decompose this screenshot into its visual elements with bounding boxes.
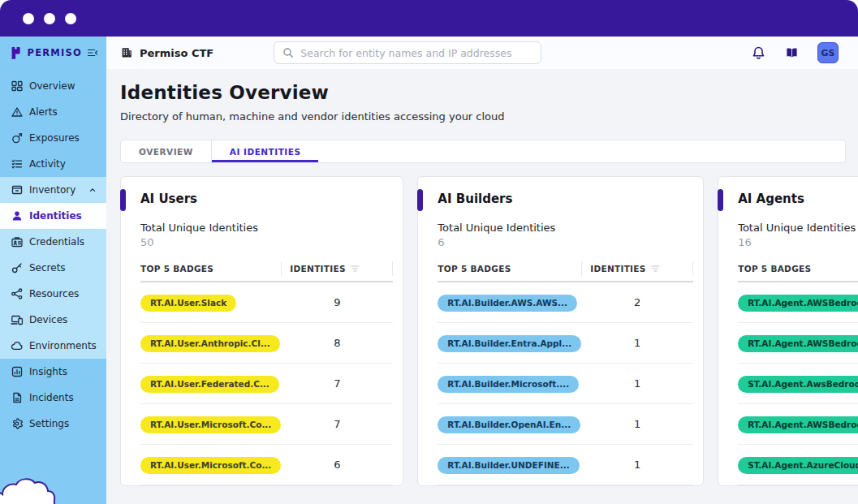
sidebar-item-identities[interactable]: Identities: [0, 203, 106, 229]
sidebar-item-devices[interactable]: Devices: [0, 307, 106, 333]
sidebar-item-credentials[interactable]: Credentials: [0, 229, 106, 255]
search-input[interactable]: [300, 47, 532, 59]
identities-count: 7: [281, 418, 393, 430]
sidebar-item-overview[interactable]: Overview: [0, 73, 106, 99]
activity-checklist-icon: [11, 157, 24, 170]
sidebar-item-label: Exposures: [29, 132, 80, 144]
col-header-identities-label: IDENTITIES: [290, 264, 345, 274]
key-icon: [11, 261, 24, 274]
sidebar-item-label: Settings: [29, 418, 69, 429]
identities-count: 8: [281, 337, 393, 349]
card-accent-bar: [718, 189, 723, 211]
sidebar-item-activity[interactable]: Activity: [0, 151, 106, 177]
page-subtitle: Directory of human, machine and vendor i…: [120, 110, 846, 123]
badge-pill[interactable]: RT.AI.Builder.Microsoft....: [438, 376, 579, 393]
badge-pill[interactable]: RT.AI.User.Microsoft.Co...: [140, 457, 281, 474]
devices-icon: [11, 313, 24, 326]
workspace-name[interactable]: Permiso CTF: [140, 47, 213, 59]
page-title: Identities Overview: [120, 82, 846, 103]
badge-pill[interactable]: RT.AI.User.Slack: [140, 295, 236, 312]
badge-pill[interactable]: RT.AI.User.Microsoft.Co...: [140, 416, 281, 433]
table-rows: RT.AI.User.Slack9 RT.AI.User.Anthropic.C…: [140, 282, 393, 485]
user-avatar[interactable]: GS: [817, 42, 839, 63]
sidebar-item-label: Devices: [29, 314, 67, 325]
window-control-maximize[interactable]: [65, 13, 76, 24]
col-header-identities-label: IDENTITIES: [590, 264, 645, 274]
sidebar-item-label: Credentials: [29, 236, 84, 248]
exposure-icon: [11, 131, 24, 144]
table-header: TOP 5 BADGES IDENTITIES: [738, 261, 858, 277]
badge-pill[interactable]: RT.AI.Builder.UNDEFINE...: [438, 457, 579, 474]
ai-builders-card: AI Builders Total Unique Identities 6 TO…: [417, 176, 704, 486]
page-content: Identities Overview Directory of human, …: [106, 69, 858, 504]
table-row: RT.AI.Agent.AWSBedroc...3: [738, 404, 858, 445]
table-header: TOP 5 BADGES IDENTITIES: [438, 261, 693, 277]
col-header-badges: TOP 5 BADGES: [438, 264, 581, 274]
badge-pill[interactable]: RT.AI.User.Anthropic.Cl...: [140, 335, 280, 352]
identities-count: 6: [281, 459, 393, 471]
table-row: RT.AI.Builder.Entra.Appl...1: [438, 323, 693, 364]
insights-chart-icon: [11, 365, 24, 378]
chevron-up-icon: [88, 185, 97, 195]
dashboard-icon: [11, 80, 24, 93]
badge-pill[interactable]: RT.AI.Builder.AWS.AWS...: [438, 295, 577, 312]
sidebar-item-inventory[interactable]: Inventory: [0, 177, 106, 203]
sidebar-item-label: Environments: [29, 340, 97, 351]
sidebar-item-label: Overview: [29, 80, 75, 92]
identities-count: 2: [581, 296, 693, 308]
sidebar-item-settings[interactable]: Settings: [0, 411, 106, 437]
sidebar-item-insights[interactable]: Insights: [0, 359, 106, 385]
badge-pill[interactable]: RT.AI.Agent.AWSBedroc...: [738, 416, 858, 433]
cards-grid: AI Users Total Unique Identities 50 TOP …: [120, 176, 846, 486]
sidebar-collapse-icon[interactable]: [87, 46, 98, 59]
tab-overview[interactable]: OVERVIEW: [121, 140, 212, 162]
cloud-decoration: [0, 470, 106, 504]
tab-ai-identities[interactable]: AI IDENTITIES: [212, 140, 319, 162]
sidebar: PERMISO Overview Alerts Exposures: [0, 37, 106, 504]
share-nodes-icon: [11, 287, 24, 300]
identities-count: 1: [581, 377, 693, 390]
total-unique-label: Total Unique Identities: [140, 222, 393, 234]
window-control-minimize[interactable]: [44, 13, 55, 24]
sidebar-item-label: Alerts: [29, 106, 58, 118]
identities-count: 7: [281, 377, 393, 390]
badge-pill[interactable]: RT.AI.Agent.AWSBedroc...: [738, 295, 858, 312]
inventory-box-icon: [11, 183, 24, 196]
docs-book-icon[interactable]: [784, 45, 800, 61]
sort-filter-icon[interactable]: [651, 265, 661, 273]
col-header-identities[interactable]: IDENTITIES: [581, 261, 693, 276]
badge-pill[interactable]: RT.AI.Builder.Entra.Appl...: [438, 335, 581, 352]
badge-pill[interactable]: RT.AI.Agent.AWSBedroc...: [738, 335, 858, 352]
table-row: RT.AI.Builder.Microsoft....1: [438, 364, 693, 404]
sidebar-item-alerts[interactable]: Alerts: [0, 99, 106, 125]
card-accent-bar: [120, 189, 126, 211]
table-row: RT.AI.Builder.AWS.AWS...2: [438, 282, 693, 323]
search-box: [274, 41, 541, 64]
table-row: RT.AI.User.Federated.C...7: [140, 364, 393, 404]
badge-pill[interactable]: ST.AI.Agent.AwsBedroc...: [738, 376, 858, 393]
col-header-badges: TOP 5 BADGES: [140, 264, 281, 274]
table-row: RT.AI.User.Anthropic.Cl...8: [140, 323, 393, 364]
badge-pill[interactable]: RT.AI.User.Federated.C...: [140, 376, 279, 393]
notifications-bell-icon[interactable]: [751, 45, 766, 61]
sidebar-item-secrets[interactable]: Secrets: [0, 255, 106, 281]
total-unique-label: Total Unique Identities: [438, 222, 693, 234]
sidebar-item-incidents[interactable]: Incidents: [0, 385, 106, 411]
sidebar-item-resources[interactable]: Resources: [0, 281, 106, 307]
sidebar-item-label: Resources: [29, 288, 79, 299]
badge-pill[interactable]: RT.AI.Builder.OpenAI.En...: [438, 416, 580, 433]
cloud-icon: [11, 339, 24, 352]
badge-pill[interactable]: ST.AI.Agent.AzureCloud...: [738, 457, 858, 474]
tab-bar: OVERVIEW AI IDENTITIES: [120, 140, 846, 163]
total-unique-label: Total Unique Identities: [738, 222, 858, 234]
sidebar-item-environments[interactable]: Environments: [0, 333, 106, 359]
window-control-close[interactable]: [23, 13, 34, 24]
sidebar-item-label: Insights: [29, 366, 67, 377]
sort-filter-icon[interactable]: [351, 265, 360, 273]
col-header-identities[interactable]: IDENTITIES: [281, 261, 393, 276]
ai-agents-card: AI Agents Total Unique Identities 16 TOP…: [718, 176, 858, 486]
sidebar-item-label: Incidents: [29, 392, 74, 403]
sidebar-item-exposures[interactable]: Exposures: [0, 125, 106, 151]
total-unique-value: 6: [438, 236, 693, 248]
sidebar-item-label: Identities: [29, 210, 82, 222]
